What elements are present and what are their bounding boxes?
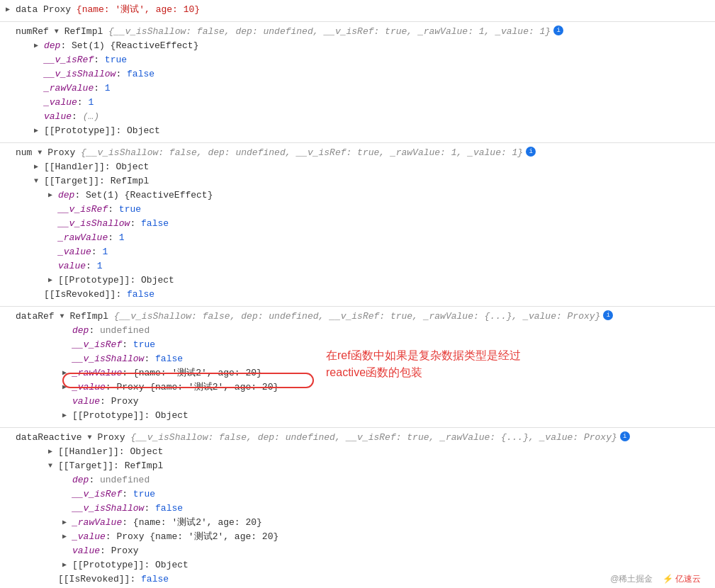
numref-visref-val: true — [105, 54, 127, 67]
numref-value-val: 1 — [88, 96, 94, 109]
dataref-rawval-key: _rawValue — [72, 367, 122, 380]
datareactive-summary: {__v_isShallow: false, dep: undefined, _… — [130, 431, 617, 444]
data-header-line[interactable]: ▶ data Proxy {name: '测试', age: 10} — [0, 3, 715, 17]
num-dep-key: dep — [58, 189, 74, 202]
numref-dep-line[interactable]: ▶ dep : Set(1) {ReactiveEffect} — [0, 39, 715, 53]
numref-value-key: _value — [44, 96, 77, 109]
dataref-expand[interactable]: ▼ — [60, 310, 69, 323]
num-proto-tri[interactable]: ▶ — [48, 274, 58, 287]
num-label: num — [16, 147, 32, 159]
datareactive-target-line[interactable]: ▼ [[Target]] : RefImpl — [0, 459, 715, 473]
datareactive-visshallow-line: __v_isShallow : false — [0, 502, 715, 516]
num-valueprop-colon: : — [86, 260, 97, 273]
dataref-value-line: ▶ _value : Proxy {name: '测试2', age: 20} — [0, 380, 715, 395]
datareactive-handler-val: Object — [130, 446, 163, 458]
num-value-line: _value : 1 — [0, 245, 715, 259]
numref-rawval-colon: : — [94, 82, 105, 95]
datareactive-expand[interactable]: ▼ — [87, 431, 97, 444]
datareactive-proto-line[interactable]: ▶ [[Prototype]] : Object — [0, 558, 715, 572]
numref-dep-val: Set(1) {ReactiveEffect} — [72, 40, 198, 52]
num-proto-val: Object — [141, 274, 174, 287]
datareactive-rawval-val: {name: '测试2', age: 20} — [133, 516, 262, 529]
datareactive-value-tri[interactable]: ▶ — [62, 531, 72, 543]
dataref-proto-key: [[Prototype]] — [72, 409, 144, 422]
num-expand[interactable]: ▼ — [38, 147, 47, 159]
datareactive-rawval-tri[interactable]: ▶ — [62, 516, 72, 529]
datareactive-rawval-line[interactable]: ▶ _rawValue : {name: '测试2', age: 20} — [0, 516, 715, 530]
num-proto-line[interactable]: ▶ [[Prototype]] : Object — [0, 273, 715, 288]
dataref-info-icon[interactable]: i — [603, 310, 613, 320]
num-isrevoked-line: [[IsRevoked]] : false — [0, 288, 715, 302]
dataref-proto-val: Object — [155, 409, 188, 422]
numref-proto-tri[interactable]: ▶ — [34, 125, 44, 137]
datareactive-handler-tri[interactable]: ▶ — [48, 446, 58, 458]
num-type: Proxy — [47, 147, 81, 159]
num-header-line[interactable]: num ▼ Proxy {__v_isShallow: false, dep: … — [0, 146, 715, 160]
numref-proto-key: [[Prototype]] — [44, 125, 116, 137]
num-handler-tri[interactable]: ▶ — [34, 161, 44, 174]
datareactive-target-val: RefImpl — [125, 460, 164, 473]
num-info-icon[interactable]: i — [526, 147, 536, 157]
dataref-proto-colon: : — [144, 409, 155, 422]
datareactive-info-icon[interactable]: i — [620, 431, 630, 441]
numref-visshallow-val: false — [127, 68, 154, 81]
num-visref-key: __v_isRef — [58, 203, 108, 216]
numref-info-icon[interactable]: i — [553, 26, 563, 35]
dataref-proto-line[interactable]: ▶ [[Prototype]] : Object — [0, 409, 715, 423]
numref-visref-colon: : — [94, 54, 105, 67]
num-target-colon: : — [99, 175, 111, 188]
num-target-key: [[Target]] — [44, 175, 99, 188]
datareactive-dep-key: dep — [72, 474, 89, 487]
num-summary: {__v_isShallow: false, dep: undefined, _… — [81, 147, 523, 159]
num-value-val: 1 — [102, 246, 108, 259]
datareactive-dep-val: undefined — [100, 474, 150, 487]
num-isrevoked-key: [[IsRevoked]] — [44, 288, 116, 301]
dataref-visref-colon: : — [122, 339, 133, 351]
data-expand-icon[interactable]: ▶ — [6, 4, 16, 16]
datareactive-space — [82, 431, 88, 444]
num-visshallow-key: __v_isShallow — [58, 217, 130, 230]
numref-header-line[interactable]: numRef ▼ RefImpl {__v_isShallow: false, … — [0, 25, 715, 39]
dataref-visshallow-colon: : — [144, 353, 155, 366]
num-rawval-val: 1 — [119, 232, 125, 244]
num-proto-key: [[Prototype]] — [58, 274, 130, 287]
datareactive-handler-key: [[Handler]] — [58, 446, 119, 458]
dataref-rawval-tri[interactable]: ▶ — [62, 367, 72, 380]
numref-valueprop-colon: : — [72, 111, 83, 123]
num-dep-line[interactable]: ▶ dep : Set(1) {ReactiveEffect} — [0, 188, 715, 203]
dataref-visshallow-key: __v_isShallow — [72, 353, 144, 366]
datareactive-visref-key: __v_isRef — [72, 488, 122, 501]
datareactive-proto-tri[interactable]: ▶ — [62, 559, 72, 572]
datareactive-valueprop-line: value : Proxy — [0, 544, 715, 558]
num-isrevoked-val: false — [127, 288, 154, 301]
numref-rawval-val: 1 — [105, 82, 111, 95]
num-value-key: _value — [58, 246, 91, 259]
dataref-value-tri[interactable]: ▶ — [62, 381, 72, 394]
data-label: data — [16, 4, 38, 16]
datareactive-handler-line[interactable]: ▶ [[Handler]] : Object — [0, 445, 715, 459]
datareactive-header-line[interactable]: dataReactive ▼ Proxy {__v_isShallow: fal… — [0, 431, 715, 445]
datareactive-rawval-colon: : — [122, 516, 133, 529]
datareactive-visshallow-colon: : — [144, 502, 155, 515]
datareactive-proto-key: [[Prototype]] — [72, 559, 144, 572]
num-target-line[interactable]: ▼ [[Target]] : RefImpl — [0, 174, 715, 188]
dataref-summary: {__v_isShallow: false, dep: undefined, _… — [114, 310, 601, 323]
dataref-proto-tri[interactable]: ▶ — [62, 409, 72, 422]
num-handler-key: [[Handler]] — [44, 161, 105, 174]
numref-proto-line[interactable]: ▶ [[Prototype]] : Object — [0, 124, 715, 138]
num-dep-colon: : — [74, 189, 86, 202]
num-handler-line[interactable]: ▶ [[Handler]] : Object — [0, 160, 715, 174]
num-rawval-line: _rawValue : 1 — [0, 231, 715, 245]
num-visshallow-line: __v_isShallow : false — [0, 217, 715, 231]
datareactive-valueprop-colon: : — [100, 545, 111, 558]
numref-expand[interactable]: ▼ — [55, 26, 64, 38]
numref-dep-tri[interactable]: ▶ — [34, 40, 44, 52]
num-target-tri[interactable]: ▼ — [34, 175, 44, 188]
numref-proto-val: Object — [127, 125, 160, 137]
datareactive-value-line[interactable]: ▶ _value : Proxy {name: '测试2', age: 20} — [0, 530, 715, 544]
datareactive-target-tri[interactable]: ▼ — [48, 460, 58, 473]
dataref-dep-val: undefined — [100, 324, 150, 337]
num-dep-tri[interactable]: ▶ — [48, 189, 58, 202]
dataref-header-line[interactable]: dataRef ▼ RefImpl {__v_isShallow: false,… — [0, 310, 715, 324]
datareactive-valueprop-key: value — [72, 545, 100, 558]
